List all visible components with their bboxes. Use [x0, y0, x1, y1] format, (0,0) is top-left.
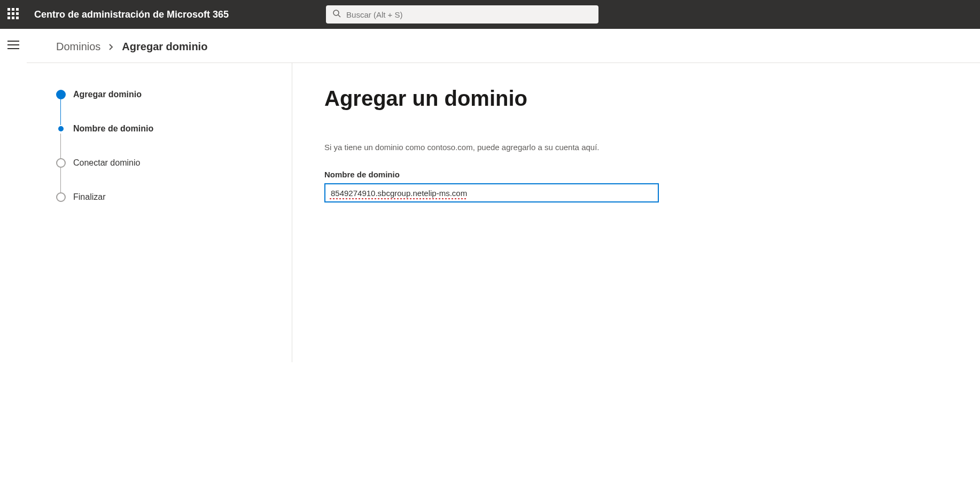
step-agregar-dominio[interactable]: Agregar dominio [56, 90, 292, 124]
top-bar: Centro de administración de Microsoft 36… [0, 0, 980, 29]
domain-field-label: Nombre de dominio [324, 170, 948, 179]
chevron-right-icon [108, 41, 114, 53]
svg-line-1 [338, 15, 340, 17]
step-conectar-dominio[interactable]: Conectar dominio [56, 158, 292, 192]
domain-name-input[interactable] [324, 183, 659, 202]
nav-toggle-column [0, 29, 27, 362]
help-text: Si ya tiene un dominio como contoso.com,… [324, 143, 948, 152]
form-area: Agregar un dominio Si ya tiene un domini… [292, 63, 980, 362]
app-launcher-icon[interactable] [6, 7, 21, 22]
page-title: Agregar un dominio [324, 87, 948, 111]
search-container [326, 5, 598, 24]
wizard-stepper: Agregar dominio Nombre de dominio Conect… [27, 63, 292, 362]
step-label: Nombre de dominio [73, 124, 153, 134]
spellcheck-underline-icon [330, 198, 466, 199]
step-label: Agregar dominio [73, 90, 142, 99]
app-title: Centro de administración de Microsoft 36… [34, 9, 229, 20]
step-finalizar[interactable]: Finalizar [56, 192, 292, 202]
step-label: Finalizar [73, 192, 105, 202]
breadcrumb-current: Agregar dominio [122, 41, 207, 53]
breadcrumb: Dominios Agregar dominio [27, 41, 980, 63]
search-input[interactable] [346, 10, 592, 19]
step-dot-active-icon [58, 126, 64, 131]
step-dot-pending-icon [56, 192, 66, 202]
step-label: Conectar dominio [73, 158, 140, 168]
step-dot-pending-icon [56, 158, 66, 168]
step-dot-completed-icon [56, 90, 66, 99]
breadcrumb-parent[interactable]: Dominios [56, 41, 100, 53]
search-icon [332, 9, 341, 20]
svg-point-0 [333, 10, 339, 15]
search-box[interactable] [326, 5, 598, 24]
step-nombre-de-dominio[interactable]: Nombre de dominio [56, 124, 292, 158]
hamburger-icon[interactable] [7, 41, 19, 49]
